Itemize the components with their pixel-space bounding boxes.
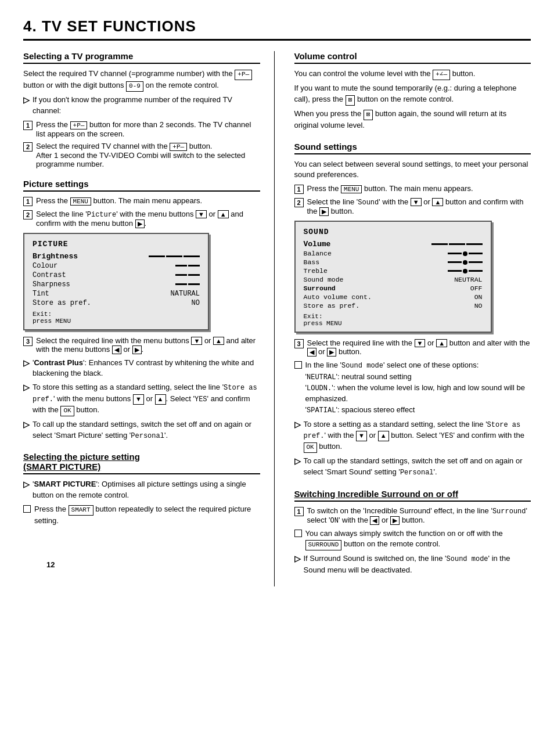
checkbox-sq-surround [294,530,302,537]
snd-value-soundmode: NEUTRAL [454,276,482,283]
section-tv-programme: Selecting a TV programme Select the requ… [23,51,260,168]
pic-value-store: NO [192,299,200,307]
picture-mono: Picture [87,211,116,219]
sound-steps: 1 Press the MENU button. The main menu a… [294,184,531,216]
snd-row-soundmode: Sound mode NEUTRAL [304,276,483,283]
pic-label-colour: Colour [33,262,57,270]
snd-bars-volume [431,243,483,245]
pic-label-tint: Tint [33,290,49,298]
btn-vol: +∠— [433,70,450,80]
snd-value-autovol: ON [474,293,483,301]
pic-bars-sharpness [175,283,200,285]
snd-note-store: ▷ To store a setting as a standard setti… [294,419,531,453]
sound-menu-title: SOUND [304,228,483,236]
picture-step-1: 1 Press the MENU button. The main menu a… [23,196,260,206]
arrow-icon-3: ▷ [23,383,30,392]
pic-row-tint: Tint NATURAL [33,290,200,298]
section-smart-picture: Selecting the picture setting(SMART PICT… [23,452,260,526]
btn-smart: SMART [69,505,93,516]
sound-mode-checkbox: In the line 'Sound mode' select one of t… [294,360,531,416]
btn-mute-r2: ⊠ [364,110,373,120]
picture-menu-box: PICTURE Brightness Colour [23,233,209,330]
sound-menu-box: SOUND Volume Balance [294,221,492,333]
pic-personal-mono: Personal [131,432,164,440]
sound-step-num-3: 3 [294,339,304,348]
sound-step-1: 1 Press the MENU button. The main menu a… [294,184,531,194]
checkbox-sq-smart [23,505,31,513]
smart-note1: ▷ 'SMART PICTURE': Optimises all picture… [23,479,260,501]
sound-mono-label: Sound [358,199,379,207]
pic-exit: Exit:press MENU [33,311,200,325]
snd-label-store: Store as pref. [304,302,360,309]
picture-menu-title: PICTURE [33,240,200,249]
btn-left-surr: ◀ [370,516,379,525]
btn-right-pic3: ▶ [132,345,142,354]
sound-intro: You can select between several sound set… [294,159,531,181]
neutral-mono: NEUTRAL [307,373,336,381]
pic-row-contrast: Contrast [33,271,200,279]
picture-step3-list: 3 Select the required line with the menu… [23,336,260,354]
pic-label-brightness: Brightness [33,252,78,261]
btn-left-pic3: ◀ [112,345,121,354]
section-volume: Volume control You can control the volum… [294,51,531,131]
snd-label-autovol: Auto volume cont. [304,293,372,301]
picture-step-num-3: 3 [23,337,33,346]
arrow-icon-1: ▷ [23,95,30,105]
btn-up-snd3: ▲ [436,339,447,347]
pic-label-contrast: Contrast [33,271,66,279]
btn-up-sound2: ▲ [432,198,443,206]
sound-step3-list: 3 Select the required line with the ▼ or… [294,339,531,357]
snd-row-surround: Surround OFF [304,285,483,292]
btn-down-pic: ▼ [196,210,207,218]
snd-label-soundmode: Sound mode [304,276,344,283]
picture-steps: 1 Press the MENU button. The main menu a… [23,196,260,228]
spatial-mono: SPATIAL [307,406,336,415]
pic-note-contrast: ▷ 'Contrast Plus': Enhances TV contrast … [23,358,260,380]
section-tv-programme-title: Selecting a TV programme [23,51,260,64]
picture-step-num-1: 1 [23,197,33,206]
snd-label-treble: Treble [304,267,328,275]
snd-row-balance: Balance [304,250,483,257]
picture-step-num-2: 2 [23,210,33,219]
snd-personal-mono: Personal [400,469,434,477]
section-smart-title: Selecting the picture setting(SMART PICT… [23,452,260,474]
section-surround-title: Switching Incredible Surround on or off [294,489,531,502]
pic-bars-contrast [175,274,200,276]
btn-ok-pic: OK [60,406,74,416]
picture-step-2: 2 Select the line 'Picture' with the men… [23,210,260,228]
section-surround: Switching Incredible Surround on or off … [294,489,531,576]
section-sound-title: Sound settings [294,142,531,154]
pic-bars-colour [175,265,200,267]
surround-checkbox: You can always simply switch the functio… [294,528,531,551]
surround-mono: Surround [492,507,526,516]
pic-row-colour: Colour [33,262,200,270]
snd-value-store: NO [474,302,483,309]
arrow-icon-5: ▷ [23,480,30,489]
btn-up-pic3: ▲ [213,337,224,345]
snd-exit: Exit:press MENU [304,313,483,327]
page-title: 4. TV SET FUNCTIONS [23,17,531,41]
snd-note-recall: ▷ To call up the standard settings, swit… [294,456,531,478]
sound-mode-mono2: Sound mode [447,555,488,563]
snd-label-surround: Surround [304,285,336,292]
surround-step-num-1: 1 [294,507,304,516]
sound-step-3: 3 Select the required line with the ▼ or… [294,339,531,357]
pic-row-store: Store as pref. NO [33,299,200,307]
arrow-icon-surr: ▷ [294,554,301,563]
sound-step-num-2: 2 [294,198,304,207]
btn-menu-1: MENU [70,197,91,206]
tv-programme-steps: 1 Press the +P— button for more than 2 s… [23,120,260,168]
btn-left-snd3: ◀ [307,348,316,357]
snd-row-bass: Bass [304,258,483,266]
volume-para3: When you press the ⊠ button again, the s… [294,109,531,131]
smart-checkbox: Press the SMART button repeatedly to sel… [23,504,260,527]
btn-down-sound2: ▼ [411,198,422,206]
btn-pp-inline: +P— [235,70,252,80]
snd-label-balance: Balance [304,250,332,257]
btn-up-pic: ▲ [218,210,229,218]
btn-pp-1: +P— [70,121,88,129]
btn-09-inline: 0-9 [126,81,143,92]
step-num-1: 1 [23,121,33,130]
pic-note-recall: ▷ To call up the standard settings, swit… [23,419,260,441]
snd-yes-mono: YES [441,432,454,440]
